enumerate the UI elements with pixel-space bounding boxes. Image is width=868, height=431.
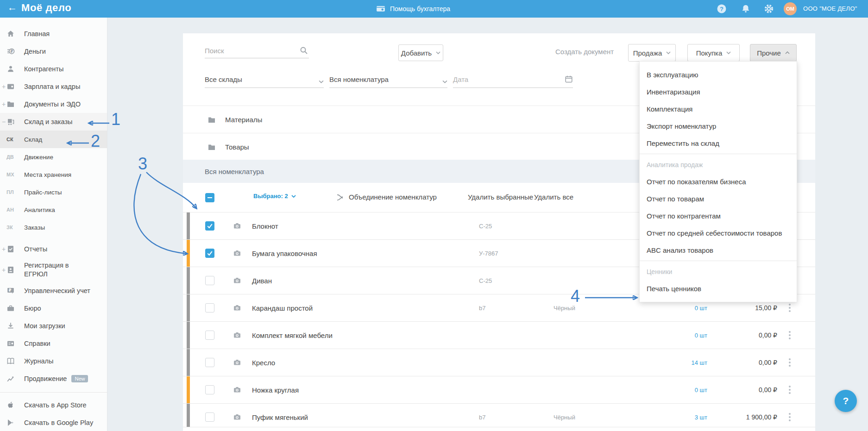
gear-icon[interactable] bbox=[763, 3, 774, 14]
sidebar-item[interactable]: ДВ Движение bbox=[0, 148, 107, 166]
help-fab[interactable]: ? bbox=[835, 390, 857, 412]
sidebar-item[interactable]: + Отчеты bbox=[0, 240, 107, 258]
row-checkbox[interactable] bbox=[205, 249, 214, 258]
avatar[interactable]: ОМ bbox=[784, 2, 797, 15]
menu-item[interactable]: Отчет по контрагентам bbox=[640, 207, 797, 225]
section-title: Вся номенклатура bbox=[205, 168, 264, 175]
photo-icon[interactable] bbox=[233, 222, 241, 232]
status-strip bbox=[187, 376, 190, 403]
sale-button[interactable]: Продажа bbox=[628, 44, 676, 62]
menu-item[interactable]: Отчет по товарам bbox=[640, 190, 797, 207]
table-row[interactable]: Кресло 14 шт 0,00 ₽ bbox=[183, 349, 815, 376]
row-checkbox[interactable] bbox=[205, 412, 214, 422]
search-icon[interactable] bbox=[300, 46, 308, 56]
kebab-menu-icon[interactable] bbox=[786, 412, 793, 423]
menu-item[interactable]: Отчет по средней себестоимости товаров bbox=[640, 225, 797, 242]
expand-indicator[interactable]: + bbox=[1, 266, 6, 274]
sidebar-item[interactable]: Справки bbox=[0, 335, 107, 352]
sidebar-item[interactable]: Главная bbox=[0, 25, 107, 43]
expand-indicator[interactable]: + bbox=[1, 245, 6, 253]
sidebar-item[interactable]: Журналы bbox=[0, 352, 107, 370]
kebab-menu-icon[interactable] bbox=[786, 357, 793, 368]
item-name[interactable]: Карандаш простой bbox=[252, 294, 313, 321]
sidebar-item[interactable]: + Регистрация в ЕГРЮЛ bbox=[0, 258, 107, 282]
sidebar-item[interactable]: МХ Места хранения bbox=[0, 166, 107, 183]
other-button[interactable]: Прочие bbox=[750, 44, 797, 62]
company-name[interactable]: ООО "МОЕ ДЕЛО" bbox=[803, 5, 857, 12]
sidebar-item[interactable]: СК Склад bbox=[0, 131, 107, 148]
item-name[interactable]: Комплект мягкой мебели bbox=[252, 322, 333, 349]
question-icon[interactable]: ? bbox=[716, 3, 727, 14]
sidebar-item[interactable]: Скачать в App Store bbox=[0, 396, 107, 414]
merge-nomenclature-button[interactable]: Объединение номенклатур bbox=[349, 193, 437, 201]
item-quantity-link[interactable]: 14 шт bbox=[692, 349, 707, 376]
sidebar-item[interactable]: + Документы и ЭДО bbox=[0, 95, 107, 113]
row-checkbox[interactable] bbox=[205, 358, 214, 367]
photo-icon[interactable] bbox=[233, 413, 241, 423]
photo-icon[interactable] bbox=[233, 249, 241, 259]
purchase-button[interactable]: Покупка bbox=[687, 44, 740, 62]
kebab-menu-icon[interactable] bbox=[786, 384, 793, 395]
nomenclature-select[interactable]: Вся номенклатура bbox=[329, 69, 447, 88]
sidebar-item-code: СК bbox=[6, 137, 15, 142]
item-name[interactable]: Блокнот bbox=[252, 212, 278, 239]
sidebar-item[interactable]: − Склад и заказы bbox=[0, 113, 107, 131]
app-logo[interactable]: Моё дело bbox=[21, 2, 71, 14]
photo-icon[interactable] bbox=[233, 331, 241, 341]
menu-item[interactable]: Комплектация bbox=[640, 100, 797, 118]
item-quantity-link[interactable]: 0 шт bbox=[695, 322, 707, 349]
item-name[interactable]: Бумага упаковочная bbox=[252, 240, 317, 267]
menu-item[interactable]: В эксплуатацию bbox=[640, 66, 797, 83]
selected-count-dropdown[interactable]: Выбрано: 2 bbox=[253, 193, 296, 200]
expand-indicator[interactable]: + bbox=[1, 83, 6, 90]
menu-item[interactable]: Экспорт номенклатур bbox=[640, 118, 797, 135]
sidebar-item[interactable]: Мои загрузки bbox=[0, 317, 107, 335]
back-arrow-icon[interactable]: ← bbox=[7, 2, 17, 13]
expand-indicator[interactable]: + bbox=[1, 100, 6, 108]
kebab-menu-icon[interactable] bbox=[786, 330, 793, 341]
menu-item[interactable]: ABC анализ товаров bbox=[640, 242, 797, 259]
photo-icon[interactable] bbox=[233, 304, 241, 314]
sidebar-item[interactable]: ПЛ Прайс-листы bbox=[0, 183, 107, 201]
sidebar-item[interactable]: Продвижение New bbox=[0, 370, 107, 387]
search-input[interactable] bbox=[205, 44, 309, 58]
add-button[interactable]: Добавить bbox=[398, 44, 443, 61]
sidebar-item[interactable]: ₽ Деньги bbox=[0, 43, 107, 60]
table-row[interactable]: Комплект мягкой мебели 0 шт 0,00 ₽ bbox=[183, 321, 815, 349]
sidebar-item[interactable]: Скачать в Google Play bbox=[0, 414, 107, 431]
date-field[interactable]: Дата bbox=[453, 69, 573, 88]
menu-item[interactable]: Отчет по показателям бизнеса bbox=[640, 173, 797, 190]
sidebar-item-code: АН bbox=[6, 207, 15, 212]
item-name[interactable]: Кресло bbox=[252, 349, 275, 376]
sidebar-item[interactable]: ₽ Управленческий учет bbox=[0, 282, 107, 300]
expand-indicator[interactable]: − bbox=[1, 118, 6, 125]
item-name[interactable]: Диван bbox=[252, 267, 272, 294]
kebab-menu-icon[interactable] bbox=[786, 302, 793, 313]
row-checkbox[interactable] bbox=[205, 303, 214, 312]
menu-item[interactable]: Переместить на склад bbox=[640, 135, 797, 152]
photo-icon[interactable] bbox=[233, 386, 241, 396]
table-row[interactable]: Ножка круглая 0 шт 0,00 ₽ bbox=[183, 376, 815, 403]
bell-icon[interactable] bbox=[740, 3, 751, 14]
photo-icon[interactable] bbox=[233, 358, 241, 369]
menu-item[interactable]: Инвентаризация bbox=[640, 83, 797, 100]
menu-item[interactable]: Печать ценников bbox=[640, 280, 797, 297]
sidebar-item-label: Деньги bbox=[24, 48, 46, 55]
warehouse-select[interactable]: Все склады bbox=[205, 69, 324, 88]
row-checkbox[interactable] bbox=[205, 385, 214, 394]
select-all-checkbox[interactable] bbox=[205, 193, 214, 202]
sidebar-item[interactable]: ЗК Заказы bbox=[0, 219, 107, 236]
sidebar-item[interactable]: Бюро bbox=[0, 300, 107, 317]
row-checkbox[interactable] bbox=[205, 221, 214, 231]
delete-all-button[interactable]: Удалить все bbox=[534, 193, 573, 201]
row-checkbox[interactable] bbox=[205, 276, 214, 285]
item-name[interactable]: Ножка круглая bbox=[252, 376, 299, 403]
item-quantity-link[interactable]: 0 шт bbox=[695, 376, 707, 403]
sidebar-item[interactable]: АН Аналитика bbox=[0, 201, 107, 219]
delete-selected-button[interactable]: Удалить выбранные bbox=[468, 193, 533, 201]
row-checkbox[interactable] bbox=[205, 331, 214, 340]
photo-icon[interactable] bbox=[233, 276, 241, 287]
help-center-link[interactable]: Помощь бухгалтера bbox=[376, 0, 450, 18]
sidebar-item[interactable]: + Зарплата и кадры bbox=[0, 78, 107, 95]
sidebar-item[interactable]: Контрагенты bbox=[0, 60, 107, 78]
